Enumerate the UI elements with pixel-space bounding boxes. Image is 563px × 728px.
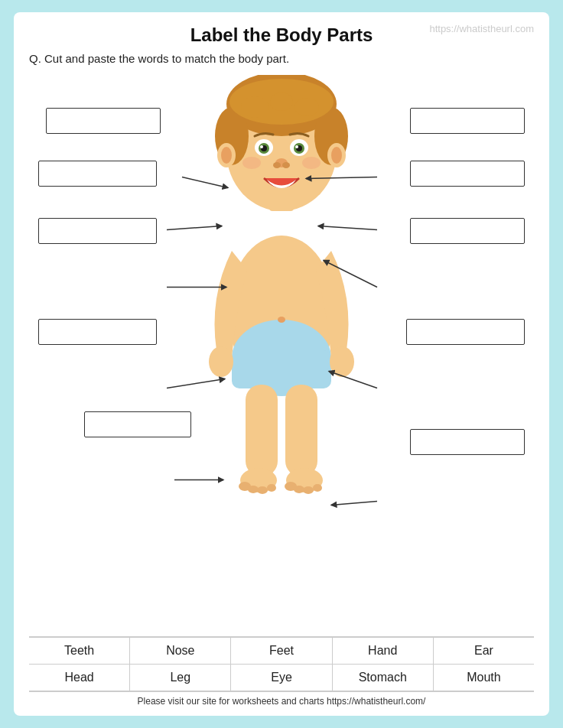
label-box-ear[interactable]: [410, 218, 525, 244]
label-box-feet[interactable]: [410, 429, 525, 455]
label-box-hair[interactable]: [410, 108, 525, 134]
word-mouth[interactable]: Mouth: [434, 665, 534, 691]
word-eye[interactable]: Eye: [231, 665, 332, 691]
word-ear[interactable]: Ear: [434, 638, 534, 664]
svg-point-11: [257, 486, 268, 494]
svg-point-43: [278, 317, 285, 323]
svg-point-17: [313, 484, 322, 492]
svg-rect-3: [232, 350, 331, 388]
page: Label the Body Parts https://whatistheur…: [14, 12, 549, 716]
svg-point-23: [241, 96, 268, 118]
footer-text: Please visit our site for worksheets and…: [138, 696, 426, 707]
word-bank-row-1: Teeth Nose Feet Hand Ear: [29, 638, 534, 665]
svg-point-38: [221, 147, 232, 164]
label-box-eye-left[interactable]: [38, 161, 157, 187]
label-box-mouth[interactable]: [38, 218, 157, 244]
question-text: Q. Cut and paste the words to match the …: [29, 52, 534, 65]
svg-point-41: [242, 157, 261, 169]
svg-point-35: [273, 162, 281, 168]
svg-point-15: [294, 486, 304, 493]
word-nose[interactable]: Nose: [130, 638, 231, 664]
svg-point-29: [260, 145, 263, 148]
svg-point-36: [282, 162, 290, 168]
svg-point-10: [248, 486, 259, 493]
footer: Please visit our site for worksheets and…: [29, 691, 534, 708]
svg-point-33: [295, 145, 298, 148]
watermark: https://whatistheurl.com: [429, 23, 534, 34]
word-bank-row-2: Head Leg Eye Stomach Mouth: [29, 665, 534, 691]
svg-point-16: [303, 486, 314, 494]
word-bank: Teeth Nose Feet Hand Ear Head Leg Eye St…: [29, 636, 534, 691]
svg-point-12: [267, 484, 276, 492]
label-box-hand[interactable]: [406, 319, 525, 345]
word-hand[interactable]: Hand: [333, 638, 434, 664]
label-box-head[interactable]: [46, 108, 161, 134]
word-head[interactable]: Head: [29, 665, 130, 691]
svg-point-40: [331, 147, 342, 164]
word-stomach[interactable]: Stomach: [333, 665, 434, 691]
label-box-belly[interactable]: [38, 319, 157, 345]
svg-rect-7: [285, 385, 317, 476]
svg-point-4: [209, 346, 233, 377]
label-box-nose[interactable]: [410, 161, 525, 187]
word-feet[interactable]: Feet: [231, 638, 332, 664]
svg-point-24: [270, 93, 293, 111]
svg-point-25: [295, 98, 319, 116]
svg-point-5: [330, 346, 354, 377]
word-leg[interactable]: Leg: [130, 665, 231, 691]
label-box-leg[interactable]: [84, 411, 191, 437]
svg-point-42: [302, 157, 321, 169]
body-figure: [194, 75, 369, 526]
word-teeth[interactable]: Teeth: [29, 638, 130, 664]
svg-rect-6: [246, 385, 278, 476]
main-area: [29, 71, 534, 633]
